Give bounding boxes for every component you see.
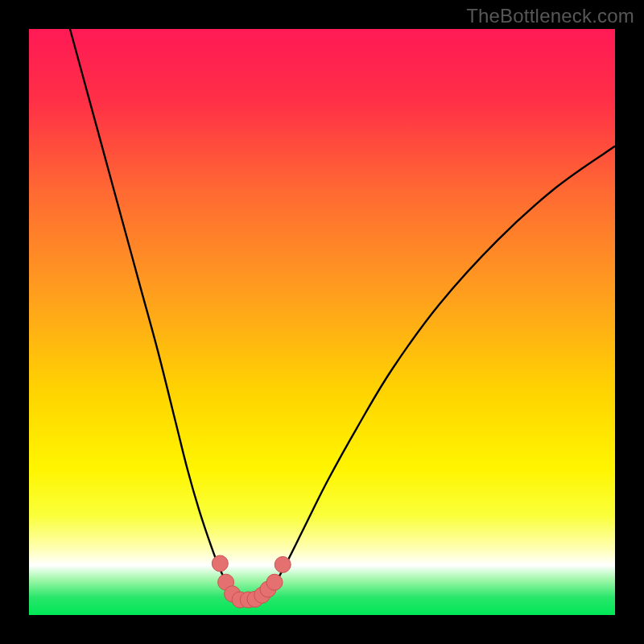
gradient-background [29,29,615,615]
chart-stage: TheBottleneck.com [0,0,644,644]
watermark-text: TheBottleneck.com [466,5,634,27]
marker-dot [212,555,228,572]
marker-dot [266,574,283,590]
marker-dot [275,556,291,572]
plot-svg [29,29,615,615]
plot-area [29,29,615,615]
